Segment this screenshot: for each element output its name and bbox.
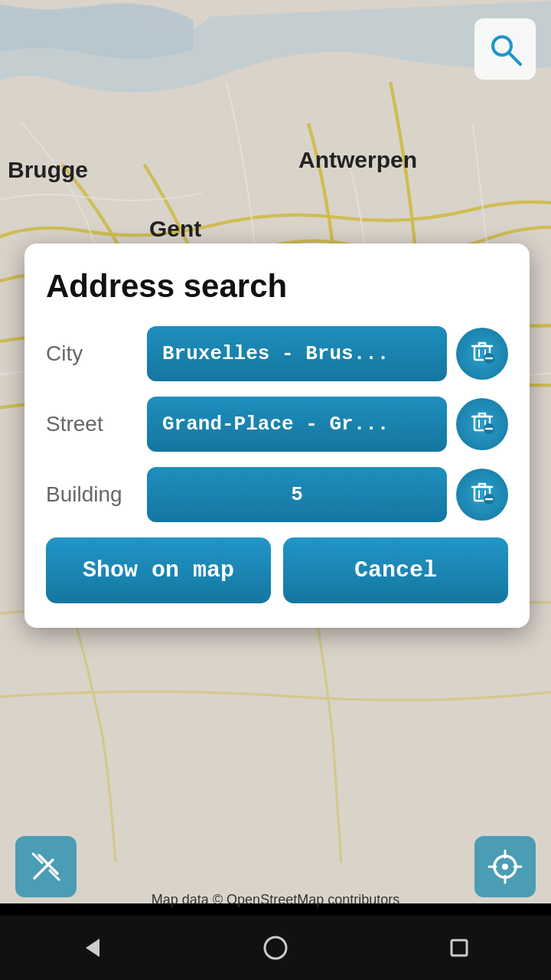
street-row: Street Grand-Place - Gr... xyxy=(46,397,508,452)
city-label: City xyxy=(46,341,138,366)
svg-line-3 xyxy=(34,860,53,878)
map-attribution: Map data © OpenStreetMap contributors xyxy=(152,892,399,908)
trash-icon-street xyxy=(469,409,495,440)
trash-icon-building xyxy=(469,479,495,511)
building-input[interactable]: 5 xyxy=(147,467,447,522)
cancel-button[interactable]: Cancel xyxy=(283,537,508,603)
address-search-dialog: Address search City Bruxelles - Brus... xyxy=(24,243,530,628)
show-on-map-button[interactable]: Show on map xyxy=(46,537,271,603)
recents-button[interactable] xyxy=(436,925,482,971)
svg-marker-40 xyxy=(86,939,99,957)
navigation-bar xyxy=(0,916,551,980)
trash-icon-city xyxy=(469,338,495,370)
svg-line-2 xyxy=(509,53,520,64)
building-clear-button[interactable] xyxy=(456,469,508,521)
dialog-title: Address search xyxy=(46,268,508,305)
street-input[interactable]: Grand-Place - Gr... xyxy=(147,397,447,452)
city-clear-button[interactable] xyxy=(456,328,508,380)
location-button[interactable] xyxy=(474,836,536,897)
back-button[interactable] xyxy=(69,925,115,971)
city-input[interactable]: Bruxelles - Brus... xyxy=(147,326,447,381)
building-label: Building xyxy=(46,482,138,507)
svg-rect-42 xyxy=(452,940,467,956)
street-label: Street xyxy=(46,412,138,436)
tools-button[interactable] xyxy=(15,836,77,897)
dialog-actions: Show on map Cancel xyxy=(46,537,508,603)
building-row: Building 5 xyxy=(46,467,508,522)
svg-point-41 xyxy=(265,937,286,959)
street-clear-button[interactable] xyxy=(456,398,508,450)
city-row: City Bruxelles - Brus... xyxy=(46,326,508,381)
search-button[interactable] xyxy=(474,18,536,80)
home-button[interactable] xyxy=(253,925,298,971)
svg-point-8 xyxy=(502,864,508,870)
